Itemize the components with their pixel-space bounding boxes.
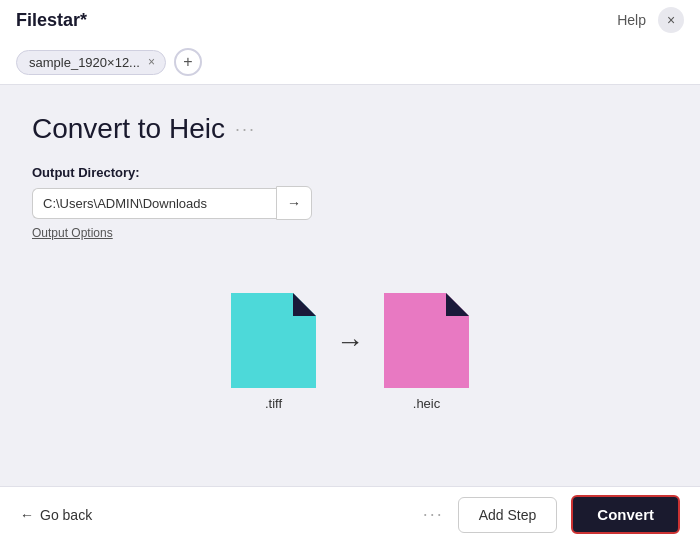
title-more-dots[interactable]: ··· xyxy=(235,119,256,140)
close-icon: × xyxy=(667,12,675,28)
target-file-icon xyxy=(384,293,469,388)
file-tab-close-button[interactable]: × xyxy=(148,56,155,68)
source-file-icon xyxy=(231,293,316,388)
browse-arrow-icon: → xyxy=(287,195,301,211)
file-tab[interactable]: sample_1920×12... × xyxy=(16,50,166,75)
add-tab-button[interactable]: + xyxy=(174,48,202,76)
file-tab-label: sample_1920×12... xyxy=(29,55,140,70)
target-file-card: .heic xyxy=(384,293,469,411)
tabs-row: sample_1920×12... × + xyxy=(16,40,684,84)
go-back-arrow-icon: ← xyxy=(20,507,34,523)
target-file-ext: .heic xyxy=(413,396,440,411)
add-step-button[interactable]: Add Step xyxy=(458,497,558,533)
header: Filestar* Help × sample_1920×12... × + xyxy=(0,0,700,85)
close-button[interactable]: × xyxy=(658,7,684,33)
output-directory-section: Output Directory: → Output Options xyxy=(32,165,668,240)
footer: ← Go back ··· Add Step Convert xyxy=(0,486,700,542)
conversion-arrow-icon: → xyxy=(336,326,364,358)
header-top: Filestar* Help × xyxy=(16,0,684,40)
directory-input[interactable] xyxy=(32,188,276,219)
footer-more-dots[interactable]: ··· xyxy=(423,504,444,525)
convert-button[interactable]: Convert xyxy=(571,495,680,534)
page-title: Convert to Heic xyxy=(32,113,225,145)
main-content: Convert to Heic ··· Output Directory: → … xyxy=(0,85,700,486)
page-title-row: Convert to Heic ··· xyxy=(32,113,668,145)
conversion-visual: .tiff → .heic xyxy=(32,234,668,470)
footer-right: ··· Add Step Convert xyxy=(423,495,680,534)
source-file-ext: .tiff xyxy=(265,396,282,411)
directory-input-row: → xyxy=(32,186,312,220)
help-button[interactable]: Help xyxy=(617,12,646,28)
app-title: Filestar* xyxy=(16,10,87,31)
go-back-button[interactable]: ← Go back xyxy=(20,507,92,523)
source-file-card: .tiff xyxy=(231,293,316,411)
output-directory-label: Output Directory: xyxy=(32,165,668,180)
directory-browse-button[interactable]: → xyxy=(276,186,312,220)
header-actions: Help × xyxy=(617,7,684,33)
go-back-label: Go back xyxy=(40,507,92,523)
add-tab-icon: + xyxy=(183,53,192,71)
